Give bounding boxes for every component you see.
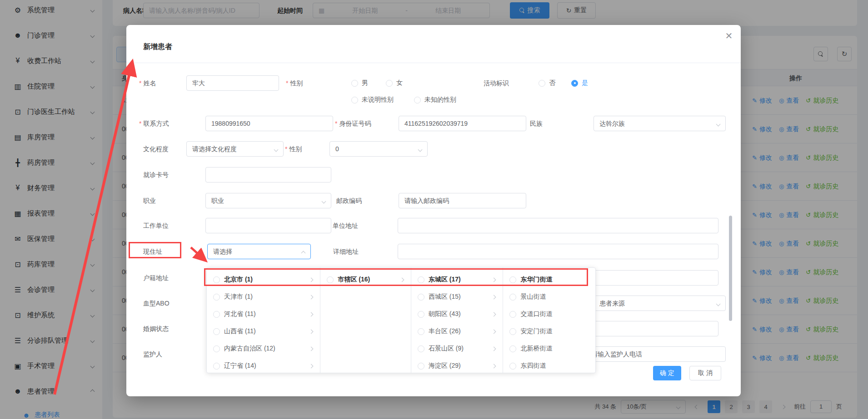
- occupation-label: 职业: [143, 193, 156, 208]
- current-address-label: 现住址: [143, 244, 162, 259]
- cascader-option[interactable]: 市辖区 (16): [320, 271, 411, 288]
- chevron-down-icon: [322, 199, 326, 204]
- marital-status-label: 婚姻状态: [143, 321, 169, 336]
- cascader-option[interactable]: 北京市 (1): [207, 271, 320, 288]
- current-address-cascader-select[interactable]: 请选择: [207, 244, 311, 259]
- active-radio-yes[interactable]: 是: [571, 75, 588, 91]
- name-input[interactable]: 牢大: [186, 75, 279, 91]
- radio-icon: [509, 345, 516, 352]
- cascader-option[interactable]: 朝阳区 (43): [411, 306, 503, 323]
- radio-icon: [213, 328, 220, 335]
- radio-icon: [509, 311, 516, 318]
- cascader-option[interactable]: 东城区 (17): [411, 271, 503, 288]
- confirm-button[interactable]: 确 定: [653, 366, 681, 380]
- cascader-option[interactable]: 海淀区 (29): [411, 357, 503, 373]
- chevron-right-icon: [492, 329, 496, 334]
- cascader-option[interactable]: 天津市 (1): [207, 288, 320, 306]
- cascader-option[interactable]: 西城区 (15): [411, 288, 503, 306]
- cascader-option-label: 景山街道: [520, 293, 546, 301]
- radio-icon: [327, 276, 334, 283]
- chevron-right-icon: [492, 277, 496, 282]
- postcode-label: 邮政编码: [336, 193, 362, 208]
- cascader-option-label: 东城区 (17): [429, 276, 461, 284]
- blood-type-label: 血型ABO: [143, 296, 170, 311]
- cascader-option[interactable]: 安定门街道: [503, 323, 595, 340]
- radio-icon: [418, 363, 424, 370]
- radio-icon: [213, 294, 220, 301]
- contact-input[interactable]: 19880991650: [205, 116, 333, 131]
- radio-icon: [509, 363, 516, 370]
- cascader-option[interactable]: 北新桥街道: [503, 340, 595, 357]
- close-icon[interactable]: ✕: [722, 29, 736, 43]
- card-no-label: 就诊卡号: [143, 167, 169, 182]
- id-number-input[interactable]: 411625192602039719: [399, 116, 526, 131]
- radio-icon: [418, 276, 424, 283]
- education-select[interactable]: 请选择文化程度: [186, 141, 284, 157]
- cascader-option-label: 辽宁省 (14): [224, 362, 256, 370]
- unit-address-input[interactable]: [398, 218, 718, 233]
- work-unit-input[interactable]: [205, 218, 331, 233]
- cascader-option[interactable]: 辽宁省 (14): [207, 357, 320, 373]
- cascader-option[interactable]: 丰台区 (26): [411, 323, 503, 340]
- cascader-option-label: 交道口街道: [520, 310, 552, 318]
- cascader-column-1: 北京市 (1)天津市 (1)河北省 (11)山西省 (11)内蒙古自治区 (12…: [207, 268, 320, 373]
- detail-address-input[interactable]: [398, 244, 718, 259]
- cascader-option-label: 东华门街道: [520, 276, 552, 284]
- chevron-right-icon: [309, 329, 314, 334]
- gender-label: 性别: [286, 75, 303, 91]
- modal-title: 新增患者: [143, 42, 172, 52]
- cascader-option[interactable]: 交道口街道: [503, 306, 595, 323]
- card-no-input[interactable]: [205, 167, 331, 182]
- cascader-option[interactable]: 石景山区 (9): [411, 340, 503, 357]
- radio-icon: [213, 345, 220, 352]
- radio-icon: [418, 311, 424, 318]
- chevron-right-icon: [309, 312, 314, 316]
- ethnic-label: 民族: [530, 116, 543, 131]
- modal-scrollbar-thumb[interactable]: [729, 216, 732, 321]
- chevron-down-icon: [716, 122, 721, 127]
- gender-radio-unknown[interactable]: 未知的性别: [414, 92, 456, 108]
- postcode-input[interactable]: 请输入邮政编码: [399, 193, 526, 208]
- id-number-label: 身份证号码: [335, 116, 371, 131]
- occupation-select[interactable]: 职业: [205, 193, 331, 208]
- radio-icon: [386, 80, 393, 87]
- patient-source-select[interactable]: 患者来源: [594, 296, 726, 311]
- cascader-option-label: 天津市 (1): [224, 293, 253, 301]
- cascader-option[interactable]: 东华门街道: [503, 271, 595, 288]
- gender-radio-female[interactable]: 女: [386, 75, 403, 91]
- guardian-phone-input[interactable]: 请输入监护人电话: [585, 346, 726, 362]
- chevron-down-icon: [274, 148, 279, 152]
- chevron-right-icon: [492, 312, 496, 316]
- cascader-column-2: 市辖区 (16): [320, 268, 411, 373]
- gender2-select[interactable]: 0: [329, 141, 428, 157]
- cascader-option[interactable]: 山西省 (11): [207, 323, 320, 340]
- gender-radio-male[interactable]: 男: [351, 75, 368, 91]
- radio-checked-icon: [571, 80, 578, 87]
- cascader-column-4: 东华门街道景山街道交道口街道安定门街道北新桥街道东四街道: [503, 268, 595, 373]
- gender-radio-unspecified[interactable]: 未说明性别: [351, 92, 394, 108]
- cascader-option-label: 安定门街道: [520, 327, 552, 335]
- cascader-option-label: 丰台区 (26): [429, 327, 461, 335]
- ethnic-select[interactable]: 达斡尔族: [594, 116, 726, 131]
- household-address-label: 户籍地址: [143, 270, 169, 286]
- cascader-option-label: 海淀区 (29): [429, 362, 461, 370]
- cascader-option[interactable]: 河北省 (11): [207, 306, 320, 323]
- education-label: 文化程度: [143, 141, 169, 157]
- guardian-label: 监护人: [143, 346, 162, 362]
- radio-icon: [414, 97, 421, 104]
- active-radio-no[interactable]: 否: [539, 75, 555, 91]
- work-unit-label: 工作单位: [143, 218, 169, 233]
- cascader-option-label: 朝阳区 (43): [429, 310, 461, 318]
- radio-icon: [509, 294, 516, 301]
- cascader-option-label: 东四街道: [520, 362, 546, 370]
- address-cascader-dropdown: 北京市 (1)天津市 (1)河北省 (11)山西省 (11)内蒙古自治区 (12…: [206, 267, 596, 373]
- radio-icon: [418, 328, 424, 335]
- cascader-option[interactable]: 景山街道: [503, 288, 595, 306]
- cascader-option-label: 西城区 (15): [429, 293, 461, 301]
- cascader-option[interactable]: 内蒙古自治区 (12): [207, 340, 320, 357]
- radio-icon: [509, 328, 516, 335]
- cancel-button[interactable]: 取 消: [689, 366, 721, 380]
- active-flag-label: 活动标识: [484, 75, 509, 91]
- cascader-option-label: 北新桥街道: [520, 345, 552, 353]
- cascader-option[interactable]: 东四街道: [503, 357, 595, 373]
